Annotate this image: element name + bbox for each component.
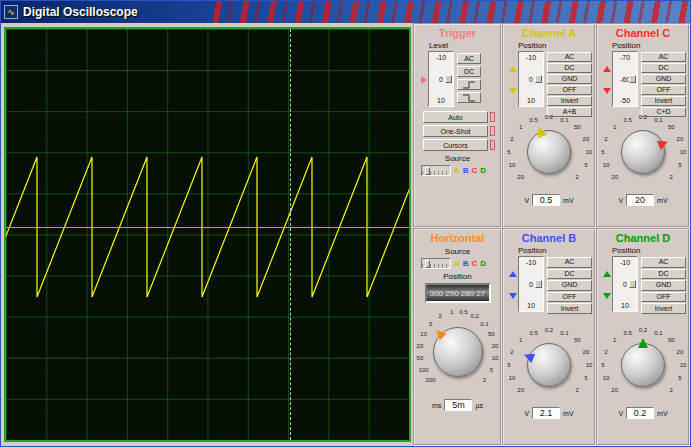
channel-d-volts-div-knob[interactable]: 20105210.50.20.150201052	[599, 324, 687, 406]
knob-scale-label: 10	[586, 149, 593, 155]
trigger-coupling-ac-button[interactable]: AC	[457, 53, 481, 64]
trigger-edge-rising-button[interactable]	[457, 79, 481, 90]
slider-thumb[interactable]	[535, 280, 542, 288]
channel-d-panel: Channel D Position -10 0 10 AC	[596, 228, 690, 446]
slider-thumb[interactable]	[629, 75, 636, 83]
channel-b-gnd-button[interactable]: GND	[547, 280, 592, 291]
horizontal-position-readout[interactable]: 300 290 280 27	[425, 283, 491, 303]
knob-scale-label: 50	[668, 337, 675, 343]
knob-scale-label: 0.2	[545, 327, 553, 333]
unit-label-left: ms	[432, 402, 441, 409]
titlebar-decoration	[206, 1, 690, 23]
knob-scale-label: 2	[439, 313, 442, 319]
channel-b-up-arrow[interactable]	[509, 271, 517, 277]
app-window: ∿ Digital Oscilloscope Trigger Level	[0, 0, 691, 447]
trigger-level-marker[interactable]	[421, 76, 427, 84]
knob-dial[interactable]	[527, 130, 571, 174]
trigger-source-slider[interactable]	[421, 165, 451, 176]
channel-a-off-button[interactable]: OFF	[547, 85, 592, 95]
channel-b-invert-button[interactable]: Invert	[547, 303, 592, 314]
channel-d-down-arrow[interactable]	[603, 293, 611, 299]
oscilloscope-display	[4, 27, 411, 442]
channel-a-up-arrow[interactable]	[509, 66, 517, 72]
horizontal-source-label: Source	[415, 247, 500, 256]
knob-scale-label: 5	[490, 367, 493, 373]
channel-a-gnd-button[interactable]: GND	[547, 74, 592, 84]
slider-thumb[interactable]	[535, 75, 542, 83]
trigger-source-channel-a[interactable]: A	[454, 166, 460, 175]
trigger-oneshot-button[interactable]: One-Shot	[423, 125, 488, 137]
channel-c-ac-button[interactable]: AC	[641, 52, 686, 62]
channel-c-up-arrow[interactable]	[603, 66, 611, 72]
knob-scale-label: 5	[601, 149, 604, 155]
knob-scale-label: 1	[450, 309, 453, 315]
channel-a-ac-button[interactable]: AC	[547, 52, 592, 62]
trigger-coupling-dc-button[interactable]: DC	[457, 66, 481, 77]
trigger-cursors-button[interactable]: Cursors	[423, 139, 488, 151]
trigger-auto-button[interactable]: Auto	[423, 111, 488, 123]
channel-c-dc-button[interactable]: DC	[641, 63, 686, 73]
knob-scale-label: 2	[604, 349, 607, 355]
knob-scale-label: 5	[678, 375, 681, 381]
horizontal-timebase-knob[interactable]: 2001005020105210.50.20.150201052	[415, 306, 500, 398]
slider-scale-label: -10	[526, 259, 536, 266]
channel-b-volts-div-knob[interactable]: 20105210.50.20.150201052	[505, 324, 593, 406]
slider-thumb[interactable]	[629, 280, 636, 288]
trigger-source-channel-c[interactable]: C	[472, 166, 478, 175]
channel-b-title: Channel B	[504, 232, 594, 244]
rising-edge-icon	[462, 81, 476, 89]
channel-b-off-button[interactable]: OFF	[547, 292, 592, 303]
knob-dial[interactable]	[527, 343, 571, 387]
channel-d-gnd-button[interactable]: GND	[641, 280, 686, 291]
horizontal-panel: Horizontal Source A B C D Position 300 2…	[413, 228, 502, 446]
channel-d-position-slider[interactable]: -10 0 10	[612, 256, 638, 312]
channel-c-down-arrow[interactable]	[603, 88, 611, 94]
channel-d-volts-div-value: 0.2	[626, 407, 654, 419]
channel-d-dc-button[interactable]: DC	[641, 269, 686, 280]
channel-d-invert-button[interactable]: Invert	[641, 303, 686, 314]
channel-c-volts-div-knob[interactable]: 20105210.50.20.150201052	[599, 111, 687, 193]
channel-c-title: Channel C	[598, 27, 688, 39]
channel-c-off-button[interactable]: OFF	[641, 85, 686, 95]
knob-scale-label: 1	[519, 124, 522, 130]
title-bar[interactable]: ∿ Digital Oscilloscope	[1, 1, 690, 23]
horizontal-source-channel-b[interactable]: B	[463, 259, 469, 268]
channel-b-ac-button[interactable]: AC	[547, 257, 592, 268]
knob-scale-label: 2	[510, 136, 513, 142]
channel-a-down-arrow[interactable]	[509, 88, 517, 94]
trigger-level-slider[interactable]: -10 0 10	[428, 51, 454, 107]
channel-c-position-slider[interactable]: -70 -60 -50	[612, 51, 638, 107]
trigger-source-channel-d[interactable]: D	[480, 166, 486, 175]
channel-a-position-label: Position	[518, 41, 594, 50]
channel-a-invert-button[interactable]: Invert	[547, 96, 592, 106]
horizontal-source-channel-a[interactable]: A	[454, 259, 460, 268]
channel-a-position-slider[interactable]: -10 0 10	[518, 51, 544, 107]
knob-scale-label: 2	[576, 387, 579, 393]
trigger-edge-falling-button[interactable]	[457, 92, 481, 103]
channel-a-dc-button[interactable]: DC	[547, 63, 592, 73]
knob-scale-label: 0.1	[654, 117, 662, 123]
channel-d-position-label: Position	[612, 246, 688, 255]
trigger-source-channel-b[interactable]: B	[463, 166, 469, 175]
knob-dial[interactable]	[621, 343, 665, 387]
channel-b-down-arrow[interactable]	[509, 293, 517, 299]
channel-d-title: Channel D	[598, 232, 688, 244]
channel-b-position-slider[interactable]: -10 0 10	[518, 256, 544, 312]
knob-scale-label: 5	[678, 162, 681, 168]
channel-b-dc-button[interactable]: DC	[547, 269, 592, 280]
slider-thumb[interactable]	[445, 75, 452, 83]
cursor-line[interactable]	[290, 29, 291, 440]
channel-d-ac-button[interactable]: AC	[641, 257, 686, 268]
knob-scale-label: 0.5	[624, 117, 632, 123]
slider-thumb[interactable]	[425, 167, 430, 175]
channel-c-invert-button[interactable]: Invert	[641, 96, 686, 106]
horizontal-source-slider[interactable]	[421, 258, 451, 269]
horizontal-source-channel-d[interactable]: D	[480, 259, 486, 268]
channel-a-volts-div-knob[interactable]: 20105210.50.20.150201052	[505, 111, 593, 193]
horizontal-source-channel-c[interactable]: C	[472, 259, 478, 268]
knob-dial[interactable]	[621, 130, 665, 174]
channel-d-up-arrow[interactable]	[603, 271, 611, 277]
channel-d-off-button[interactable]: OFF	[641, 292, 686, 303]
channel-c-gnd-button[interactable]: GND	[641, 74, 686, 84]
slider-thumb[interactable]	[425, 260, 430, 268]
